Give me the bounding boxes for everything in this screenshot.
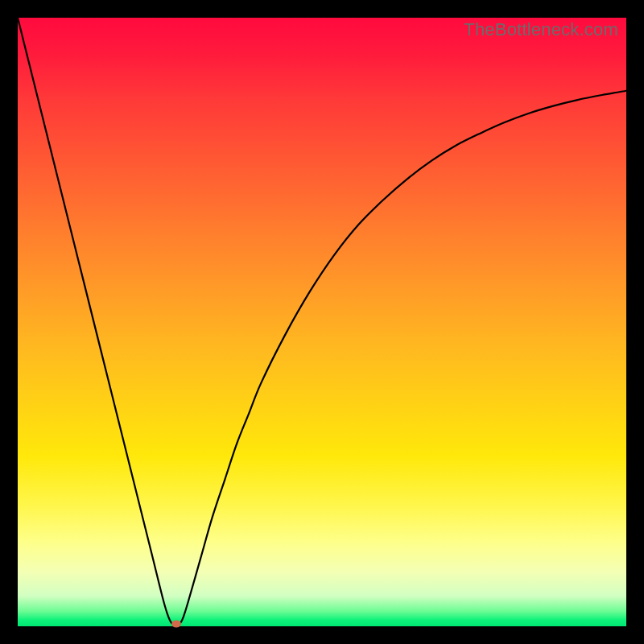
bottleneck-curve: [18, 18, 626, 626]
minimum-marker: [171, 621, 181, 628]
chart-frame: TheBottleneck.com: [0, 0, 644, 644]
plot-area: TheBottleneck.com: [18, 18, 626, 626]
